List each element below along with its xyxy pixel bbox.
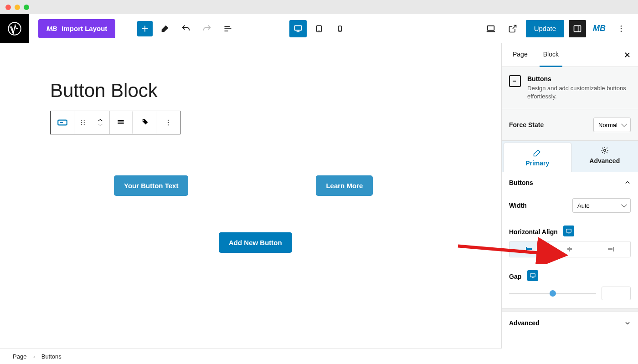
wordpress-logo[interactable] <box>0 14 29 43</box>
header-right: Update MB <box>482 20 638 37</box>
mobile-device-tab[interactable] <box>331 20 349 37</box>
undo-icon[interactable] <box>177 20 195 37</box>
force-state-row: Force State Normal <box>502 109 638 141</box>
svg-rect-9 <box>487 26 494 30</box>
align-left-option[interactable] <box>509 241 550 257</box>
redo-icon <box>198 20 216 37</box>
svg-rect-1 <box>225 26 230 27</box>
import-label: Import Layout <box>62 25 107 32</box>
mode-tab-primary[interactable]: Primary <box>504 143 571 172</box>
svg-point-25 <box>143 120 144 121</box>
gap-input[interactable] <box>602 287 631 300</box>
editor-canvas[interactable]: Button Block Your Button Text <box>0 43 501 349</box>
halign-label: Horizontal Align <box>509 228 558 236</box>
width-select[interactable]: Auto <box>572 198 631 213</box>
desktop-device-tab[interactable] <box>289 20 307 37</box>
chevron-down-icon[interactable] <box>97 123 103 127</box>
svg-rect-3 <box>225 31 228 31</box>
align-right-option[interactable] <box>590 241 630 257</box>
page-title[interactable]: Button Block <box>50 80 501 102</box>
window-minimize-icon[interactable] <box>15 5 20 10</box>
import-layout-button[interactable]: MB Import Layout <box>38 19 115 38</box>
svg-rect-36 <box>567 248 572 250</box>
buttons-block-icon <box>509 75 521 87</box>
drag-handle-icon[interactable] <box>74 111 92 134</box>
svg-point-13 <box>621 28 622 29</box>
svg-rect-10 <box>574 26 581 31</box>
responsive-icon[interactable] <box>563 226 574 236</box>
chevron-down-icon <box>624 320 631 326</box>
align-icon[interactable] <box>109 111 133 134</box>
edit-tool-icon[interactable] <box>156 20 174 37</box>
section-buttons[interactable]: Buttons <box>502 172 638 194</box>
block-header: Buttons Design and add customizable butt… <box>502 67 638 109</box>
demo-button-2[interactable]: Learn More <box>316 175 373 196</box>
demo-button-1[interactable]: Your Button Text <box>114 175 188 196</box>
update-button[interactable]: Update <box>526 20 564 37</box>
mode-tab-advanced[interactable]: Advanced <box>571 141 638 170</box>
svg-point-19 <box>81 122 82 123</box>
svg-point-31 <box>604 149 606 152</box>
style-icon[interactable] <box>133 111 156 134</box>
chevron-right-icon: › <box>33 353 35 360</box>
svg-rect-23 <box>118 120 123 122</box>
align-center-option[interactable] <box>550 241 590 257</box>
list-view-icon[interactable] <box>219 20 237 37</box>
sidebar-toggle-button[interactable] <box>569 20 586 37</box>
svg-rect-39 <box>530 274 535 277</box>
tab-page[interactable]: Page <box>509 43 531 67</box>
gear-icon <box>601 146 609 154</box>
svg-rect-2 <box>225 28 232 29</box>
block-description: Design and add customizable buttons effo… <box>527 84 631 101</box>
gap-slider[interactable] <box>509 293 596 294</box>
section-advanced[interactable]: Advanced <box>502 312 638 334</box>
maxblocks-logo[interactable]: MB <box>591 20 608 37</box>
toolbar-left <box>137 20 237 37</box>
buttons-block[interactable]: Your Button Text Learn More <box>114 175 501 196</box>
force-state-label: Force State <box>509 121 544 128</box>
block-name: Buttons <box>527 75 631 82</box>
add-new-button[interactable]: Add New Button <box>219 232 292 253</box>
gap-row: Gap <box>509 270 631 281</box>
chevron-up-icon[interactable] <box>97 118 103 123</box>
block-toolbar <box>50 111 180 134</box>
window-titlebar <box>0 0 638 14</box>
responsive-icon[interactable] <box>527 270 538 281</box>
svg-point-27 <box>168 122 169 123</box>
move-up-down[interactable] <box>92 111 109 134</box>
tablet-device-tab[interactable] <box>310 20 328 37</box>
breadcrumb-current[interactable]: Buttons <box>41 353 62 360</box>
tab-block[interactable]: Block <box>540 43 562 67</box>
svg-point-14 <box>621 31 622 32</box>
more-options-icon[interactable] <box>612 20 630 37</box>
svg-point-28 <box>168 124 169 125</box>
svg-point-22 <box>84 124 85 125</box>
mode-tabs: Primary Advanced <box>502 141 638 172</box>
external-link-icon[interactable] <box>504 20 521 37</box>
breadcrumb: Page › Buttons <box>0 349 501 364</box>
width-label: Width <box>509 202 527 209</box>
add-block-button[interactable] <box>137 21 153 36</box>
editor-header: MB Import Layout <box>0 14 638 43</box>
pencil-icon <box>533 149 541 157</box>
svg-rect-38 <box>608 248 612 250</box>
svg-rect-4 <box>295 26 302 30</box>
window-close-icon[interactable] <box>5 5 11 10</box>
svg-point-6 <box>319 31 319 31</box>
window-maximize-icon[interactable] <box>24 5 29 10</box>
block-type-icon[interactable] <box>51 111 74 134</box>
close-sidebar-icon[interactable]: ✕ <box>624 50 631 60</box>
svg-point-20 <box>84 122 85 123</box>
force-state-select[interactable]: Normal <box>593 118 631 132</box>
laptop-preview-icon[interactable] <box>482 20 499 37</box>
breadcrumb-root[interactable]: Page <box>13 353 26 360</box>
sidebar-tabs: Page Block ✕ <box>502 43 638 67</box>
svg-point-8 <box>340 30 340 31</box>
gap-label: Gap <box>509 273 521 280</box>
svg-point-18 <box>84 120 85 121</box>
settings-sidebar: Page Block ✕ Buttons Design and add cust… <box>501 43 638 349</box>
block-more-icon[interactable] <box>156 111 180 134</box>
svg-point-26 <box>168 120 169 121</box>
gap-slider-row <box>509 287 631 300</box>
svg-point-17 <box>81 120 82 121</box>
